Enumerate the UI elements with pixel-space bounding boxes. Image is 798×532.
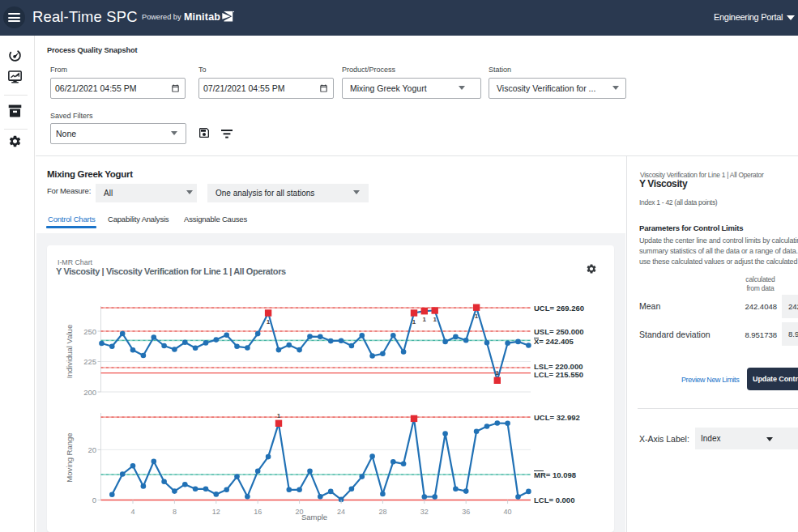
svg-text:UCL= 269.260: UCL= 269.260 [534, 304, 584, 313]
svg-text:28: 28 [378, 508, 386, 516]
svg-text:Individual Value: Individual Value [65, 325, 74, 378]
svg-text:1: 1 [433, 316, 437, 323]
svg-text:0: 0 [92, 496, 96, 504]
svg-text:225: 225 [83, 357, 96, 366]
svg-text:1: 1 [423, 316, 427, 323]
svg-text:1: 1 [267, 318, 271, 326]
svg-text:1: 1 [475, 313, 479, 320]
svg-text:16: 16 [254, 508, 262, 516]
svg-text:32: 32 [420, 508, 429, 516]
svg-text:1: 1 [277, 412, 281, 419]
svg-text:Sample: Sample [301, 513, 327, 521]
svg-text:8: 8 [173, 508, 177, 516]
svg-text:200: 200 [83, 388, 96, 397]
svg-text:1: 1 [412, 318, 416, 326]
svg-text:MR= 10.098: MR= 10.098 [534, 470, 576, 479]
svg-text:Moving Range: Moving Range [65, 432, 74, 482]
svg-text:12: 12 [212, 508, 220, 516]
svg-text:20: 20 [87, 445, 96, 454]
svg-text:UCL= 32.992: UCL= 32.992 [534, 413, 580, 422]
svg-text:X= 242.405: X= 242.405 [534, 337, 574, 346]
svg-text:1: 1 [496, 369, 500, 377]
svg-text:LCL= 215.550: LCL= 215.550 [534, 370, 583, 379]
svg-text:4: 4 [130, 508, 134, 516]
svg-text:250: 250 [83, 327, 96, 336]
svg-text:36: 36 [462, 508, 470, 516]
svg-text:USL= 250.000: USL= 250.000 [534, 327, 584, 336]
svg-text:LCL= 0.000: LCL= 0.000 [534, 496, 574, 504]
svg-text:24: 24 [337, 508, 345, 516]
svg-text:40: 40 [504, 508, 512, 516]
